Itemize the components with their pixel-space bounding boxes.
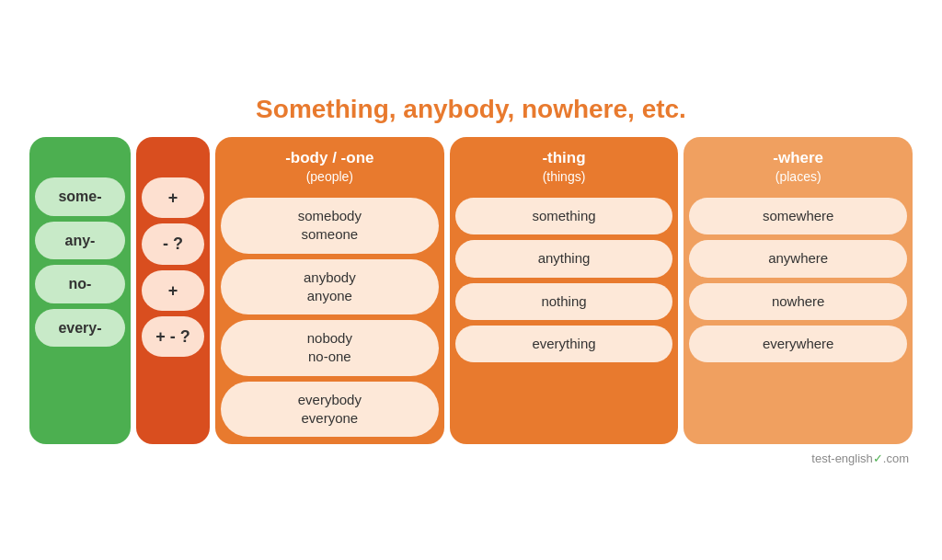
sign-plus2: + — [142, 270, 204, 311]
col-sign: – + - ? + + - ? — [136, 137, 210, 444]
col-prefix: – some- any- no- every- — [29, 137, 131, 444]
prefix-some: some- — [35, 177, 125, 216]
sign-plus: + — [142, 177, 204, 218]
cell-everybody: everybodyeveryone — [221, 382, 439, 438]
cell-somewhere: somewhere — [689, 198, 907, 234]
prefix-every: every- — [35, 309, 125, 348]
cell-anybody: anybodyanyone — [221, 259, 439, 315]
brand-name: test-english — [811, 451, 872, 465]
footer: test-english✓.com — [29, 451, 913, 465]
brand-check: ✓ — [873, 451, 883, 465]
col-body-subheader: (people) — [285, 168, 373, 185]
col-where-subheader: (places) — [773, 168, 823, 185]
sign-all: + - ? — [142, 316, 204, 357]
cell-nowhere: nowhere — [689, 283, 907, 320]
brand-tld: .com — [883, 451, 909, 465]
cell-anything: anything — [455, 240, 673, 277]
cell-anywhere: anywhere — [689, 240, 907, 277]
col-body-header: -body / -one(people) — [278, 144, 381, 192]
main-grid: – some- any- no- every- – + - ? + + - ? … — [29, 137, 913, 444]
cell-somebody: somebodysomeone — [221, 198, 439, 254]
col-thing: -thing(things) something anything nothin… — [450, 137, 679, 444]
col-where: -where(places) somewhere anywhere nowher… — [684, 137, 913, 444]
col-body: -body / -one(people) somebodysomeone any… — [215, 137, 444, 444]
col-thing-header: -thing(things) — [534, 144, 592, 192]
col-where-header: -where(places) — [765, 144, 831, 192]
cell-everywhere: everywhere — [689, 326, 907, 362]
page-title: Something, anybody, nowhere, etc. — [29, 95, 913, 124]
page-container: Something, anybody, nowhere, etc. – some… — [20, 86, 922, 474]
prefix-no: no- — [35, 265, 125, 303]
cell-nobody: nobodyno-one — [221, 320, 439, 376]
cell-nothing: nothing — [455, 283, 673, 320]
cell-everything: everything — [455, 326, 673, 362]
prefix-any: any- — [35, 222, 125, 260]
cell-something: something — [455, 198, 673, 234]
col-thing-subheader: (things) — [542, 168, 585, 185]
sign-minus-q: - ? — [142, 223, 204, 264]
